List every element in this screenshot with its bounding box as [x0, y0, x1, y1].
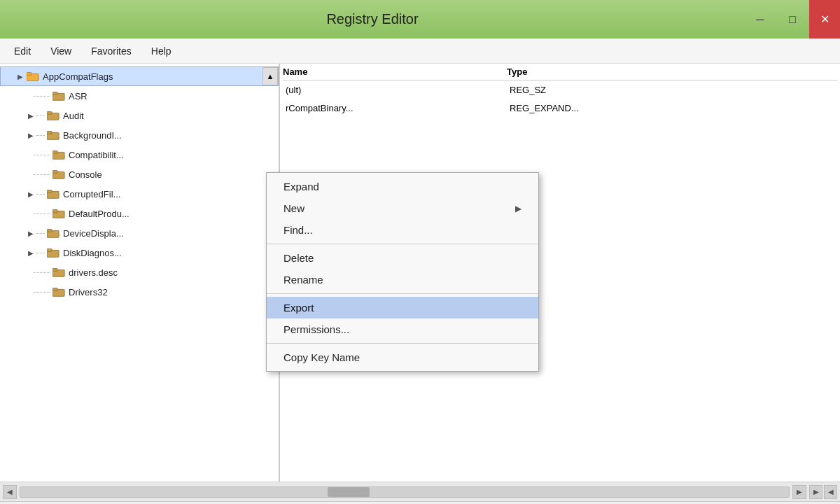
tree-label-audit: Audit: [63, 111, 84, 121]
ctx-expand[interactable]: Expand: [267, 176, 538, 197]
tree-item-diskDiagnos[interactable]: ▶ DiskDiagnos...: [0, 243, 279, 262]
svg-rect-23: [52, 288, 57, 291]
expand-icon-audit: ▶: [25, 110, 36, 121]
tree-item-compatibility[interactable]: Compatibilit...: [0, 145, 279, 164]
ctx-new[interactable]: New ▶: [267, 197, 538, 219]
tree-item-corruptedFil[interactable]: ▶ CorruptedFil...: [0, 184, 279, 204]
tree-label-backgroundI: BackgroundI...: [63, 130, 122, 141]
svg-rect-9: [52, 151, 57, 154]
tree-item-drivers32[interactable]: Drivers32: [0, 282, 279, 302]
menu-bar: Edit View Favorites Help: [0, 38, 840, 64]
scroll-left-button[interactable]: ◀: [3, 485, 17, 499]
tree-item-deviceDispla[interactable]: ▶ DeviceDispla...: [0, 223, 279, 243]
tree-item-asr[interactable]: ASR: [0, 86, 279, 106]
ctx-permissions[interactable]: Permissions...: [267, 318, 538, 340]
folder-icon-console: [52, 167, 66, 181]
ctx-find-label: Find...: [284, 224, 313, 236]
ctx-export[interactable]: Export: [267, 297, 538, 318]
ctx-expand-label: Expand: [284, 181, 319, 192]
ctx-separator-2: [267, 293, 538, 294]
folder-icon-deviceDispla: [46, 226, 60, 240]
scroll-left-alt-button[interactable]: ◀: [824, 485, 837, 499]
tree-label-appCompatFlags: AppCompatFlags: [43, 71, 113, 82]
column-name-header: Name: [283, 66, 507, 77]
svg-rect-19: [47, 249, 52, 252]
tree-label-driversDesc: drivers.desc: [69, 267, 118, 278]
scroll-bar-area: ◀ ▶ ▶ ◀: [0, 482, 840, 501]
restore-button[interactable]: □: [777, 0, 808, 38]
scroll-right-button[interactable]: ▶: [792, 485, 806, 499]
close-button[interactable]: ✕: [809, 0, 840, 38]
tree-panel: ▶ AppCompatFlags ▲ ASR ▶: [0, 64, 280, 482]
expand-icon-deviceDispla: ▶: [25, 227, 36, 239]
ctx-permissions-label: Permissions...: [284, 323, 349, 335]
ctx-separator-1: [267, 244, 538, 244]
title-bar-title: Registry Editor: [0, 11, 745, 27]
menu-view[interactable]: View: [42, 43, 80, 59]
right-row-0[interactable]: (ult) REG_SZ: [283, 80, 837, 99]
right-row-1-name: rCompatBinary...: [286, 103, 510, 113]
expand-icon-corruptedFil: ▶: [25, 188, 36, 200]
ctx-copy-key-name[interactable]: Copy Key Name: [267, 346, 538, 368]
right-row-0-name: (ult): [286, 85, 510, 95]
ctx-rename[interactable]: Rename: [267, 269, 538, 290]
svg-rect-21: [52, 269, 57, 272]
ctx-new-label: New: [284, 202, 304, 214]
minimize-button[interactable]: ─: [745, 0, 776, 38]
svg-rect-15: [52, 210, 57, 213]
expand-icon: ▶: [15, 71, 26, 82]
tree-label-console: Console: [69, 169, 102, 180]
ctx-delete-label: Delete: [284, 252, 314, 264]
svg-rect-13: [47, 190, 52, 193]
title-bar-controls: ─ □ ✕: [745, 0, 840, 38]
tree-label-defaultProdu: DefaultProdu...: [69, 209, 130, 219]
tree-item-audit[interactable]: ▶ Audit: [0, 106, 279, 125]
context-menu: Expand New ▶ Find... Delete Rename Expor…: [266, 172, 539, 372]
svg-rect-11: [52, 171, 57, 174]
menu-favorites[interactable]: Favorites: [83, 43, 140, 59]
right-row-1-type: REG_EXPAND...: [510, 103, 636, 113]
expand-icon-backgroundI: ▶: [25, 130, 36, 141]
ctx-delete[interactable]: Delete: [267, 247, 538, 269]
tree-label-corruptedFil: CorruptedFil...: [63, 189, 120, 200]
scroll-up-button[interactable]: ▲: [262, 67, 278, 85]
right-row-0-type: REG_SZ: [510, 85, 636, 95]
tree-label-diskDiagnos: DiskDiagnos...: [63, 248, 122, 258]
ctx-new-arrow-icon: ▶: [515, 204, 522, 214]
folder-icon-audit: [46, 108, 60, 122]
tree-item-appCompatFlags[interactable]: ▶ AppCompatFlags ▲: [0, 66, 279, 86]
ctx-separator-3: [267, 343, 538, 344]
svg-rect-7: [47, 132, 52, 134]
tree-label-compatibility: Compatibilit...: [69, 150, 124, 160]
svg-rect-5: [47, 112, 52, 115]
svg-rect-17: [47, 230, 52, 232]
folder-icon-defaultProdu: [52, 206, 66, 220]
tree-item-console[interactable]: Console: [0, 164, 279, 184]
tree-item-backgroundI[interactable]: ▶ BackgroundI...: [0, 125, 279, 145]
tree-item-defaultProdu[interactable]: DefaultProdu...: [0, 204, 279, 223]
svg-rect-3: [52, 92, 57, 95]
tree-label-deviceDispla: DeviceDispla...: [63, 228, 124, 239]
menu-edit[interactable]: Edit: [6, 43, 39, 59]
ctx-find[interactable]: Find...: [267, 219, 538, 241]
folder-icon-backgroundI: [46, 128, 60, 142]
main-content: ▶ AppCompatFlags ▲ ASR ▶: [0, 64, 840, 482]
scroll-right-alt-button[interactable]: ▶: [809, 485, 822, 499]
folder-icon-compatibility: [52, 148, 66, 162]
ctx-copy-key-name-label: Copy Key Name: [284, 351, 360, 363]
ctx-export-label: Export: [284, 302, 314, 314]
column-type-header: Type: [507, 66, 633, 77]
scroll-thumb[interactable]: [328, 487, 370, 497]
tree-item-driversDesc[interactable]: drivers.desc: [0, 262, 279, 282]
extra-scroll-buttons: ▶ ◀: [809, 485, 837, 499]
status-bar: Computer\HKEY_LOCAL_MACHINE\SOFTWARE\Mic…: [0, 501, 840, 504]
folder-icon-corruptedFil: [46, 187, 60, 201]
folder-icon-driversDesc: [52, 265, 66, 279]
folder-icon-asr: [52, 89, 66, 103]
svg-rect-1: [27, 73, 31, 76]
right-header: Name Type: [283, 66, 837, 80]
right-row-1[interactable]: rCompatBinary... REG_EXPAND...: [283, 99, 837, 117]
scroll-track[interactable]: [20, 486, 790, 498]
title-bar: Registry Editor ─ □ ✕: [0, 0, 840, 38]
menu-help[interactable]: Help: [143, 43, 180, 59]
